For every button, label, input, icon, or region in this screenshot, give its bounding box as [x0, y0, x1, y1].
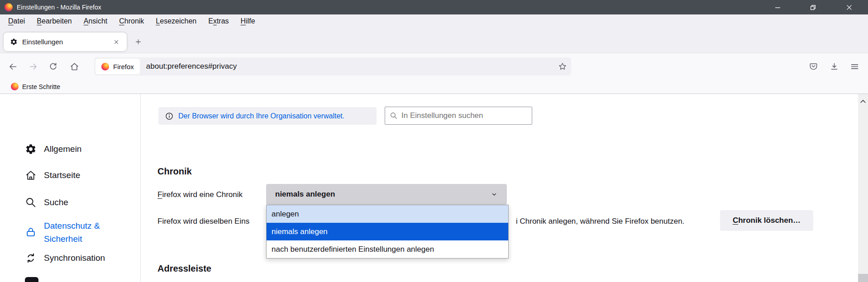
lock-icon [25, 226, 37, 238]
bookmark-label: Erste Schritte [22, 83, 60, 90]
bookmarks-toolbar: Erste Schritte [0, 80, 868, 94]
sidebar-item-suche[interactable]: Suche [25, 197, 68, 208]
app-menu-button[interactable] [847, 59, 862, 74]
bookmark-star-button[interactable] [558, 62, 567, 71]
pocket-icon [809, 62, 818, 71]
close-icon [846, 5, 852, 10]
pocket-button[interactable] [806, 59, 821, 74]
chevron-down-icon [491, 191, 498, 198]
menu-bearbeiten[interactable]: Bearbeiten [31, 14, 77, 28]
sidebar-item-synchronisation[interactable]: Synchronisation [25, 252, 105, 264]
url-bar[interactable]: Firefox about:preferences#privacy [94, 57, 571, 75]
menu-chronik[interactable]: Chronik [113, 14, 150, 28]
menu-hilfe[interactable]: Hilfe [235, 14, 261, 28]
firefox-wordmark-logo-partial [25, 277, 38, 282]
dropdown-option-benutzerdefiniert[interactable]: nach benutzerdefinierten Einstellungen a… [267, 240, 508, 258]
sidebar-item-label: Allgemein [44, 144, 81, 154]
gear-icon [25, 143, 37, 155]
vertical-scrollbar[interactable] [858, 94, 868, 282]
managed-by-organization-banner[interactable]: Der Browser wird durch Ihre Organisation… [158, 107, 377, 125]
dropdown-option-niemals-anlegen[interactable]: niemals anlegen [267, 223, 508, 240]
forward-icon [29, 62, 38, 71]
star-icon [558, 62, 567, 71]
sidebar-divider [140, 94, 141, 282]
sidebar-item-label: Synchronisation [44, 253, 105, 263]
back-icon [8, 62, 18, 71]
tab-close-button[interactable] [110, 36, 122, 48]
history-mode-label: Firefox wird eine Chronik [157, 190, 243, 199]
home-icon [25, 169, 37, 181]
navigation-toolbar: Firefox about:preferences#privacy [0, 53, 868, 80]
minimize-button[interactable] [767, 0, 788, 14]
site-identity-label: Firefox [113, 63, 134, 70]
history-description-partial-left: Firefox wird dieselben Eins [157, 217, 249, 226]
managed-banner-text: Der Browser wird durch Ihre Organisation… [178, 112, 344, 120]
new-tab-icon [134, 38, 142, 46]
minimize-icon [775, 5, 781, 10]
firefox-logo-icon [101, 63, 109, 70]
search-icon [25, 197, 37, 208]
tab-strip: Einstellungen [0, 28, 868, 53]
history-mode-select-value: niemals anlegen [275, 190, 335, 199]
clear-history-button[interactable]: Chronik löschen… [720, 210, 813, 231]
settings-search-input[interactable] [401, 111, 527, 120]
tab-einstellungen[interactable]: Einstellungen [4, 33, 127, 51]
window-title: Einstellungen - Mozilla Firefox [17, 4, 101, 11]
dropdown-option-anlegen[interactable]: anlegen [267, 205, 508, 223]
restore-icon [810, 5, 816, 10]
search-icon [390, 112, 398, 120]
tab-label: Einstellungen [22, 38, 110, 46]
sidebar-item-label: Startseite [44, 170, 80, 180]
reload-icon [48, 62, 58, 71]
sidebar-item-label: Datenschutz & Sicherheit [44, 219, 116, 246]
restore-button[interactable] [802, 0, 823, 14]
menu-lesezeichen[interactable]: Lesezeichen [150, 14, 202, 28]
info-icon [165, 112, 174, 121]
firefox-logo-icon [5, 3, 13, 11]
scroll-up-icon[interactable] [858, 97, 868, 106]
history-section-heading: Chronik [157, 166, 192, 177]
reload-button[interactable] [45, 59, 61, 74]
gear-icon [10, 38, 18, 46]
bookmark-erste-schritte[interactable]: Erste Schritte [8, 82, 63, 91]
sidebar-item-allgemein[interactable]: Allgemein [25, 143, 81, 155]
downloads-button[interactable] [826, 59, 842, 74]
history-description-partial-right: i Chronik anlegen, während Sie Firefox b… [516, 217, 684, 226]
menu-extras[interactable]: Extras [202, 14, 234, 28]
menu-datei[interactable]: Datei [2, 14, 31, 28]
home-icon [70, 62, 79, 71]
scrollbar-thumb[interactable] [858, 274, 868, 282]
menu-ansicht[interactable]: Ansicht [78, 14, 113, 28]
history-mode-select[interactable]: niemals anlegen [266, 184, 507, 205]
firefox-window: Einstellungen - Mozilla Firefox Datei Be… [0, 0, 868, 282]
back-button[interactable] [5, 59, 20, 74]
titlebar: Einstellungen - Mozilla Firefox [0, 0, 868, 14]
home-button[interactable] [67, 59, 82, 74]
preferences-page: Allgemein Startseite Suche Datenschutz &… [0, 94, 868, 282]
new-tab-button[interactable] [130, 34, 146, 49]
site-identity-button[interactable]: Firefox [95, 59, 140, 74]
url-text[interactable]: about:preferences#privacy [146, 62, 237, 71]
sync-icon [25, 252, 37, 264]
address-bar-section-heading: Adressleiste [157, 263, 211, 274]
menu-icon [850, 62, 859, 71]
sidebar-item-startseite[interactable]: Startseite [25, 169, 80, 181]
close-window-button[interactable] [839, 0, 859, 14]
menubar: Datei Bearbeiten Ansicht Chronik Lesezei… [0, 14, 868, 28]
history-mode-dropdown: anlegen niemals anlegen nach benutzerdef… [266, 205, 509, 258]
settings-search-box[interactable] [385, 107, 532, 125]
sidebar-item-label: Suche [44, 197, 68, 207]
forward-button[interactable] [25, 59, 41, 74]
download-icon [830, 62, 839, 71]
sidebar-item-datenschutz-sicherheit[interactable]: Datenschutz & Sicherheit [25, 219, 116, 246]
firefox-favicon-icon [11, 83, 19, 90]
